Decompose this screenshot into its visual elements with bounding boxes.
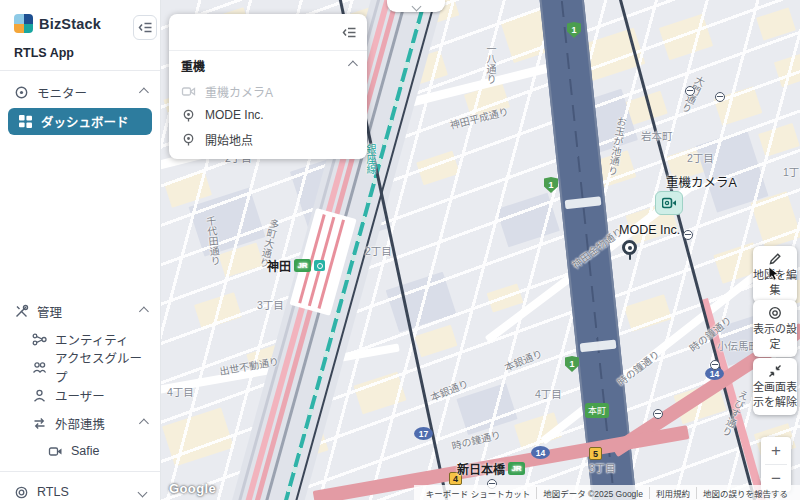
sidebar-item-user[interactable]: ユーザー (0, 381, 160, 409)
swap-arrows-icon (32, 416, 47, 431)
route-shield: 14 (531, 446, 550, 459)
panel-group-heavy-machinery[interactable]: 重機 (169, 51, 367, 79)
report-error-link[interactable]: 地図の誤りを報告する (696, 487, 794, 499)
panel-item-label: MODE Inc. (205, 108, 264, 122)
map-canvas[interactable]: 岩本町 1丁目 2丁目 2丁目 2丁目 3丁目 3丁目 4丁目 4丁目 小伝馬町… (161, 0, 800, 500)
chevron-down-icon (411, 1, 421, 11)
camera-icon (48, 444, 63, 459)
chevron-up-icon (348, 60, 358, 70)
panel-group-label: 重機 (181, 57, 205, 74)
keyboard-shortcuts-link[interactable]: キーボード ショートカット (420, 487, 536, 499)
street-label: 一八通り (483, 44, 498, 84)
workspace-title: RTLS App (14, 46, 74, 60)
sidebar-item-safie[interactable]: Safie (0, 437, 160, 465)
sidebar-nav: モニター ダッシュボード 管理 エンティティ アクセスグループ (0, 78, 160, 500)
camera-marker[interactable] (655, 191, 683, 215)
district-label: 3丁目 (257, 297, 284, 312)
sidebar-item-rtls[interactable]: RTLS (0, 478, 160, 500)
zoom-control: + − (761, 437, 791, 492)
pin-icon (181, 108, 196, 123)
panel-item-start-point[interactable]: 開始地点 (169, 127, 367, 151)
sidebar-spacer (0, 135, 160, 297)
terms-link[interactable]: 利用規約 (649, 487, 696, 499)
metro-entrance-icon (685, 86, 695, 96)
pin-icon (181, 132, 196, 147)
app-window: BizStack RTLS App モニター ダッシュボード 管理 (0, 0, 800, 500)
metro-entrance-icon (715, 92, 725, 102)
bizstack-logo-icon (14, 14, 33, 33)
sidebar-item-dashboard[interactable]: ダッシュボード (8, 108, 152, 135)
mouse-cursor (767, 266, 781, 282)
panel-item-label: 開始地点 (205, 131, 253, 148)
district-label: 岩本町 (641, 128, 673, 143)
town-badge: 本町 (585, 403, 609, 418)
map-data-label: 地図データ ©2025 Google (536, 487, 649, 499)
jr-badge: JR (294, 259, 311, 272)
route-shield: 17 (414, 427, 433, 440)
panel-item-mode[interactable]: MODE Inc. (169, 103, 367, 127)
sidebar-item-admin[interactable]: 管理 (0, 297, 160, 325)
panel-collapse-icon[interactable] (342, 25, 357, 40)
station-shin-nihombashi: 新日本橋 JR (457, 460, 525, 477)
google-logo[interactable]: Google (169, 481, 216, 496)
sidebar-item-label: Safie (71, 444, 100, 458)
map-top-collapse-tab[interactable] (387, 0, 445, 12)
district-label: 2丁目 (687, 150, 714, 165)
district-label: 2丁目 (365, 243, 392, 258)
pedestrian-crossing (565, 196, 602, 209)
mode-marker-label: MODE Inc. (619, 223, 680, 237)
route-shield: 5 (589, 447, 602, 460)
sidebar-item-label: 外部連携 (55, 414, 105, 433)
display-settings-button[interactable]: 表示の設定 (753, 300, 797, 357)
entity-panel: 重機 重機カメラA MODE Inc. 開始地点 (169, 14, 367, 159)
brand: BizStack (14, 14, 101, 33)
station-kanda: 神田 JR (267, 257, 325, 274)
sidebar-item-label: 管理 (37, 302, 62, 321)
display-settings-label: 表示の設定 (753, 322, 797, 352)
sidebar-collapse-button[interactable] (133, 15, 157, 40)
sidebar-item-label: モニター (37, 83, 87, 102)
map-attribution: キーボード ショートカット 地図データ ©2025 Google 利用規約 地図… (414, 485, 800, 500)
chevron-up-icon (139, 306, 149, 316)
panel-item-label: 重機カメラA (205, 83, 273, 100)
divider (0, 471, 160, 472)
metro-entrance-icon (683, 230, 693, 240)
tools-icon (14, 304, 29, 319)
pedestrian-crossing (580, 340, 617, 353)
camera-marker-label: 重機カメラA (666, 172, 737, 191)
panel-item-camera[interactable]: 重機カメラA (169, 79, 367, 103)
chevron-up-icon (139, 87, 149, 97)
district-label: 4丁目 (535, 386, 562, 401)
mode-pin-marker[interactable] (621, 240, 639, 264)
metro-entrance-icon (710, 360, 720, 370)
divider (0, 70, 160, 71)
brand-name: BizStack (39, 16, 101, 32)
panel-collapse-icon (138, 20, 153, 35)
sidebar-item-monitor[interactable]: モニター (0, 78, 160, 106)
chevron-up-icon (139, 418, 149, 428)
sidebar-item-label: RTLS (37, 485, 69, 499)
camera-icon (181, 84, 196, 99)
district-label: 4丁目 (167, 384, 194, 399)
rtls-icon (14, 485, 29, 500)
panel-header (169, 14, 367, 51)
video-camera-icon (662, 197, 677, 209)
chevron-down-icon (138, 487, 148, 497)
sidebar: BizStack RTLS App モニター ダッシュボード 管理 (0, 0, 161, 500)
jr-badge: JR (508, 462, 525, 475)
pencil-icon (768, 252, 782, 266)
station-name-label: 神田 (267, 257, 291, 274)
sidebar-item-access-group[interactable]: アクセスグループ (0, 353, 160, 381)
metro-entrance-icon (653, 409, 663, 419)
sidebar-item-integration[interactable]: 外部連携 (0, 409, 160, 437)
entity-nodes-icon (32, 332, 47, 347)
zoom-in-button[interactable]: + (761, 437, 791, 464)
user-icon (32, 388, 47, 403)
sidebar-item-label: ダッシュボード (41, 112, 129, 131)
district-label: 3丁目 (589, 460, 616, 475)
metro-line-badge (314, 260, 325, 271)
exit-fullscreen-button[interactable]: 全画面表示を解除 (753, 358, 797, 415)
district-label: 1丁目 (783, 164, 800, 179)
access-group-icon (32, 360, 47, 375)
exit-fullscreen-label: 全画面表示を解除 (753, 380, 797, 410)
